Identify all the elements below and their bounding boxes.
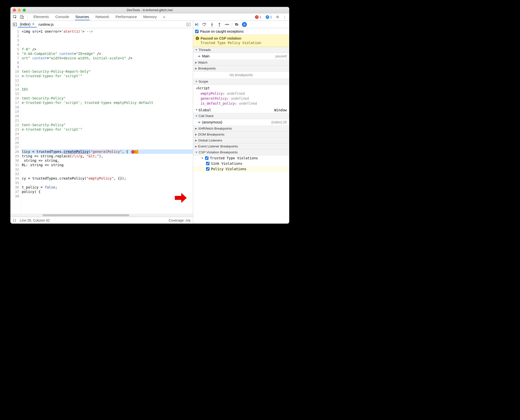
threads-header[interactable]: ▼Threads [193, 47, 289, 53]
close-tab-icon[interactable]: ✕ [32, 22, 35, 26]
annotation-arrow-icon [175, 193, 187, 205]
more-menu-icon[interactable]: ⋮ [282, 14, 287, 20]
pause-exceptions-button[interactable] [242, 22, 247, 27]
minimize-window-button[interactable] [18, 9, 21, 12]
svg-point-6 [204, 25, 205, 26]
scope-header[interactable]: ▼Scope [193, 79, 289, 85]
watch-header[interactable]: ▶Watch [193, 60, 289, 66]
settings-gear-icon[interactable]: ⚙ [275, 14, 280, 20]
coverage-label: Coverage: n/a [169, 218, 190, 222]
csp-trusted-type-row[interactable]: ▼ Trusted Type Violations [193, 155, 289, 161]
file-tab-index[interactable]: (index) ✕ [18, 22, 37, 27]
inspect-element-icon[interactable] [12, 14, 18, 20]
pause-caught-checkbox[interactable] [195, 30, 199, 33]
editor-pane: (index) ✕ runtime.js 1234567891011121314… [10, 21, 193, 224]
svg-point-9 [228, 24, 229, 25]
file-tab-runtime[interactable]: runtime.js [37, 22, 56, 27]
current-frame-icon: ➔ [198, 120, 201, 124]
devtools-window: DevTools - tt-enforced.glitch.me/ Elemen… [10, 7, 289, 224]
step-over-button[interactable] [202, 22, 207, 27]
step-out-button[interactable] [217, 22, 222, 27]
svg-rect-11 [244, 23, 244, 25]
scope-body: ▼Script emptyPolicy: undefined generalPo… [193, 85, 289, 107]
svg-point-7 [211, 25, 212, 26]
svg-rect-12 [245, 23, 245, 25]
no-breakpoints-label: No breakpoints [193, 71, 289, 79]
current-thread-icon: ➔ [198, 54, 201, 58]
error-counter[interactable]: ✕1 [254, 15, 263, 19]
file-tab-bar: (index) ✕ runtime.js [10, 21, 193, 28]
horizontal-scrollbar[interactable] [10, 214, 193, 217]
tab-sources[interactable]: Sources [75, 14, 90, 20]
main-area: (index) ✕ runtime.js 1234567891011121314… [10, 21, 289, 224]
global-listeners-header[interactable]: ▶Global Listeners [193, 138, 289, 143]
panel-tabs: Elements Console Sources Network Perform… [33, 14, 166, 20]
cursor-position: Line 28, Column 42 [20, 218, 50, 222]
format-icon[interactable]: {} [13, 218, 16, 222]
svg-point-8 [219, 25, 220, 26]
csp-sink-checkbox[interactable] [206, 162, 209, 165]
titlebar: DevTools - tt-enforced.glitch.me/ [10, 7, 289, 13]
pause-caught-row[interactable]: Pause on caught exceptions [193, 28, 289, 35]
code-area[interactable]: 1234567891011121314151617181920212223242… [10, 28, 193, 214]
callstack-frame[interactable]: ➔ (anonymous) (index):28 [193, 119, 289, 126]
scope-global[interactable]: ▶ Global Window [193, 107, 289, 113]
event-bp-header[interactable]: ▶Event Listener Breakpoints [193, 143, 289, 149]
divider [27, 15, 27, 19]
window-title: DevTools - tt-enforced.glitch.me/ [13, 8, 287, 12]
debugger-toolbar [193, 21, 289, 28]
csp-bp-header[interactable]: ▼CSP Violation Breakpoints [193, 149, 289, 155]
main-toolbar: Elements Console Sources Network Perform… [10, 13, 289, 21]
deactivate-breakpoints-button[interactable] [234, 22, 239, 27]
tab-memory[interactable]: Memory [143, 14, 157, 20]
line-gutter: 1234567891011121314151617181920212223242… [10, 28, 21, 214]
step-button[interactable] [224, 22, 229, 27]
zoom-window-button[interactable] [23, 9, 26, 12]
message-counter[interactable]: ✉1 [264, 15, 273, 19]
resume-button[interactable] [195, 22, 200, 27]
tab-elements[interactable]: Elements [33, 14, 50, 20]
tab-console[interactable]: Console [55, 14, 70, 20]
tab-network[interactable]: Network [95, 14, 110, 20]
more-file-icon[interactable] [185, 22, 191, 27]
debugger-panel: Pause on caught exceptions iPaused on CS… [193, 21, 289, 224]
code-text[interactable]: <img src=1 onerror='alert(1)'> --> f-8" … [21, 28, 193, 214]
editor-statusbar: {} Line 28, Column 42 Coverage: n/a [10, 217, 193, 224]
navigator-toggle-icon[interactable] [12, 22, 18, 27]
svg-rect-5 [198, 23, 198, 26]
csp-trusted-type-checkbox[interactable] [205, 156, 208, 160]
svg-rect-2 [22, 16, 24, 19]
step-into-button[interactable] [209, 22, 214, 27]
xhr-bp-header[interactable]: ▶XHR/fetch Breakpoints [193, 126, 289, 132]
csp-sink-row[interactable]: Sink Violations [193, 161, 289, 166]
info-icon: i [196, 37, 199, 40]
csp-policy-row[interactable]: Policy Violations [193, 166, 289, 172]
dom-bp-header[interactable]: ▶DOM Breakpoints [193, 132, 289, 138]
csp-policy-checkbox[interactable] [206, 167, 209, 171]
close-window-button[interactable] [13, 9, 16, 12]
thread-main[interactable]: ➔ Main paused [193, 53, 289, 60]
breakpoints-header[interactable]: ▶Breakpoints [193, 66, 289, 71]
device-toggle-icon[interactable] [19, 14, 25, 20]
callstack-header[interactable]: ▼Call Stack [193, 113, 289, 119]
tabs-overflow-button[interactable]: » [163, 14, 166, 20]
traffic-lights [13, 9, 26, 12]
paused-banner: iPaused on CSP violation Trusted Type Po… [193, 35, 289, 47]
tab-performance[interactable]: Performance [115, 14, 137, 20]
